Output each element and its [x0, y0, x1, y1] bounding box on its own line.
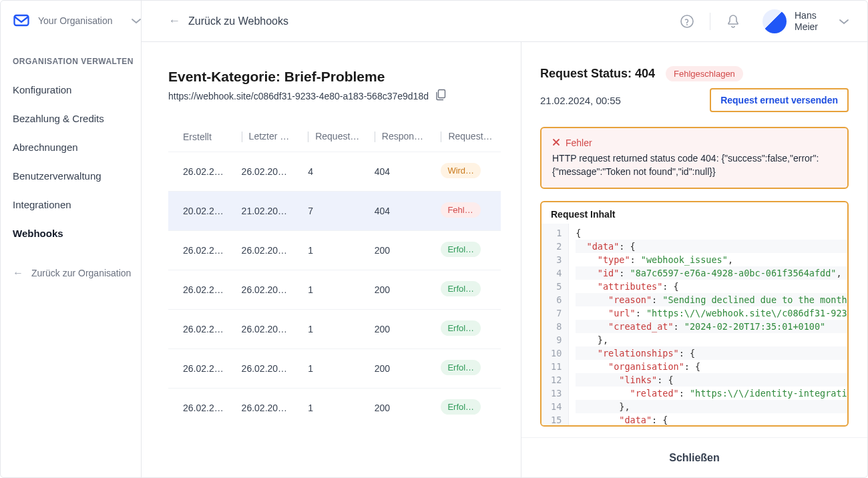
copy-icon[interactable]	[435, 89, 446, 103]
cell: 21.02.20…	[235, 192, 302, 231]
table-row[interactable]: 20.02.20…21.02.20…7404Fehlg…	[168, 192, 501, 231]
org-switcher[interactable]: Your Organisation	[13, 13, 141, 29]
cell: 26.02.20…	[235, 270, 302, 310]
cell: 26.02.20…	[168, 270, 235, 310]
sidebar-item-konfiguration[interactable]: Konfiguration	[13, 84, 141, 95]
cell: 26.02.20…	[235, 389, 302, 428]
table-row[interactable]: 26.02.20…26.02.20…1200Erfol…	[168, 231, 501, 270]
sidebar-item-bezahlung-credits[interactable]: Bezahlung & Credits	[13, 113, 141, 124]
request-timestamp: 21.02.2024, 00:55	[540, 95, 621, 106]
cell: Erfol…	[434, 310, 501, 349]
cell: 26.02.20…	[235, 231, 302, 270]
code-line: "data": {	[576, 413, 847, 425]
avatar	[763, 9, 787, 33]
mail-logo-icon	[13, 13, 31, 29]
status-badge: Fehlg…	[441, 202, 481, 218]
cell: Erfol…	[434, 231, 501, 270]
code-line: "url": "https:\/\/webhook.site\/c086df31…	[576, 306, 847, 320]
close-icon	[552, 138, 560, 148]
sidebar-item-abrechnungen[interactable]: Abrechnungen	[13, 142, 141, 153]
cell: 26.02.20…	[235, 310, 302, 349]
cell: 404	[368, 152, 435, 192]
cell: 26.02.20…	[168, 349, 235, 389]
error-body: HTTP request returned status code 404: {…	[552, 152, 837, 178]
cell: Fehlg…	[434, 192, 501, 231]
payload-title: Request Inhalt	[541, 202, 847, 224]
arrow-left-icon: ←	[168, 14, 180, 28]
cell: 1	[301, 310, 368, 349]
cell: 26.02.20…	[235, 152, 302, 192]
code-line: "relationships": {	[576, 346, 847, 360]
code-line: "attributes": {	[576, 280, 847, 293]
table-row[interactable]: 26.02.20…26.02.20…1200Erfol…	[168, 270, 501, 310]
col-header[interactable]: Request …	[301, 122, 368, 152]
cell: 200	[368, 310, 435, 349]
table-row[interactable]: 26.02.20…26.02.20…1200Erfol…	[168, 349, 501, 389]
request-status: Request Status: 404	[540, 67, 655, 81]
user-name: HansMeier	[795, 10, 818, 33]
divider	[710, 13, 710, 30]
svg-point-1	[681, 15, 693, 27]
back-to-org[interactable]: ← Zurück zur Organisation	[13, 266, 141, 280]
code-line: {	[576, 226, 847, 240]
cell: 4	[301, 152, 368, 192]
table-row[interactable]: 26.02.20…26.02.20…1200Erfol…	[168, 310, 501, 349]
status-badge: Erfol…	[441, 281, 481, 296]
cell: 200	[368, 231, 435, 270]
webhook-url: https://webhook.site/c086df31-9233-4e80-…	[168, 91, 429, 101]
col-header[interactable]: Request …	[434, 122, 501, 152]
svg-rect-3	[438, 90, 445, 98]
sidebar-item-benutzerverwaltung[interactable]: Benutzerverwaltung	[13, 170, 141, 182]
status-badge: Erfol…	[441, 360, 481, 375]
code-line: "type": "webhook_issues",	[576, 253, 847, 266]
col-header[interactable]: Erstellt	[168, 122, 235, 152]
chevron-down-icon	[132, 15, 141, 27]
status-badge: Wird …	[441, 163, 481, 178]
requests-table: ErstelltLetzter V…Request …Respons…Reque…	[168, 122, 501, 427]
cell: 200	[368, 349, 435, 389]
sidebar-item-webhooks[interactable]: Webhooks	[13, 228, 141, 239]
status-badge: Erfol…	[441, 242, 481, 257]
page-title: Event-Kategorie: Brief-Probleme	[168, 69, 501, 85]
error-box: Fehler HTTP request returned status code…	[540, 127, 849, 189]
cell: Erfol…	[434, 270, 501, 310]
user-menu[interactable]: HansMeier	[763, 9, 849, 33]
cell: 200	[368, 389, 435, 428]
col-header[interactable]: Letzter V…	[235, 122, 302, 152]
status-badge: Fehlgeschlagen	[666, 66, 743, 81]
cell: 404	[368, 192, 435, 231]
status-badge: Erfol…	[441, 320, 481, 336]
cell: 20.02.20…	[168, 192, 235, 231]
cell: 1	[301, 231, 368, 270]
code-line: "created_at": "2024-02-20T17:35:01+0100"	[576, 320, 847, 333]
table-row[interactable]: 26.02.20…26.02.20…1200Erfol…	[168, 389, 501, 428]
resend-button[interactable]: Request erneut versenden	[710, 88, 849, 112]
cell: Erfol…	[434, 349, 501, 389]
cell: 7	[301, 192, 368, 231]
cell: 26.02.20…	[168, 310, 235, 349]
help-icon[interactable]	[676, 11, 698, 32]
code-line: },	[576, 400, 847, 413]
back-to-webhooks-label: Zurück zu Webhooks	[188, 15, 288, 27]
cell: 200	[368, 270, 435, 310]
code-line: "links": {	[576, 373, 847, 387]
error-label: Fehler	[566, 138, 592, 148]
sidebar-item-integrationen[interactable]: Integrationen	[13, 199, 141, 210]
cell: Wird …	[434, 152, 501, 192]
org-name: Your Organisation	[38, 15, 125, 26]
bell-icon[interactable]	[722, 11, 744, 32]
section-label: ORGANISATION VERWALTEN	[13, 55, 141, 68]
code-line: "related": "https:\/\/identity-integrati…	[576, 387, 847, 400]
cell: 26.02.20…	[168, 152, 235, 192]
code-line: },	[576, 333, 847, 346]
payload-box: Request Inhalt 1234567891011121314151617…	[540, 201, 849, 427]
cell: 1	[301, 389, 368, 428]
cell: 26.02.20…	[168, 231, 235, 270]
code-line: "organisation": {	[576, 360, 847, 373]
close-button[interactable]: Schließen	[521, 437, 867, 477]
col-header[interactable]: Respons…	[368, 122, 435, 152]
svg-rect-0	[15, 15, 29, 25]
table-row[interactable]: 26.02.20…26.02.20…4404Wird …	[168, 152, 501, 192]
back-to-webhooks[interactable]: ← Zurück zu Webhooks	[168, 14, 676, 28]
cell: 26.02.20…	[168, 389, 235, 428]
